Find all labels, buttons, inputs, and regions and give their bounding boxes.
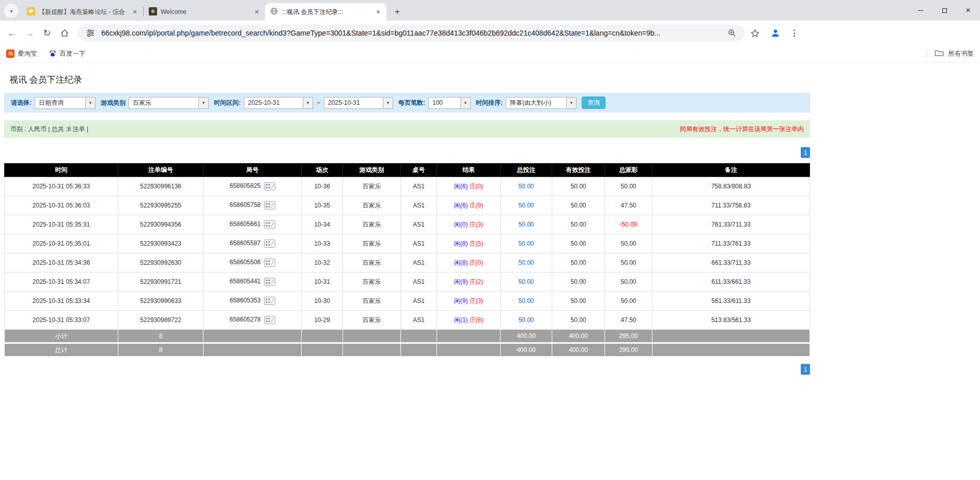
round-detail-icon[interactable]: [264, 220, 275, 229]
chevron-down-icon[interactable]: ▼: [460, 98, 470, 108]
total-bet-link[interactable]: 50.00: [518, 221, 534, 228]
chevron-down-icon[interactable]: ▼: [566, 98, 576, 108]
total-payout: 295.00: [605, 343, 652, 357]
subtotal-total-bet: 400.00: [501, 330, 552, 343]
close-icon[interactable]: ✕: [131, 8, 139, 16]
tab-forum[interactable]: 【新提醒】海燕策略论坛 - 综合 ✕: [22, 3, 143, 21]
query-mode-select[interactable]: 日期查询 ▼: [35, 97, 96, 109]
cell-time: 2025-10-31 05:35:01: [5, 234, 118, 253]
total-bet-link[interactable]: 50.00: [518, 202, 534, 209]
cell-valid-bet: 50.00: [552, 292, 605, 311]
total-bet-link[interactable]: 50.00: [518, 240, 534, 247]
total-label: 总计: [5, 343, 118, 357]
cell-payout: -50.00: [605, 215, 652, 234]
close-window-button[interactable]: ✕: [956, 0, 980, 21]
bookmarks-bar: 淘 爱淘宝 百度一下 所有书签: [0, 45, 980, 62]
round-no-text: 658605353: [229, 297, 260, 304]
bookmark-baidu[interactable]: 百度一下: [49, 49, 86, 59]
page-size-value: 100: [429, 98, 460, 108]
reload-icon[interactable]: ↻: [38, 24, 56, 42]
table-summary: 小计 8 400.00 400.00 295.00 总计 8 400.00 40…: [5, 330, 810, 357]
cell-table-no: AS1: [401, 311, 437, 330]
total-bet-link[interactable]: 50.00: [518, 183, 534, 190]
cell-valid-bet: 50.00: [552, 234, 605, 253]
maximize-button[interactable]: [932, 0, 956, 21]
cell-total-bet: 50.00: [501, 234, 552, 253]
total-bet-link[interactable]: 50.00: [518, 316, 534, 324]
bookmark-taobao[interactable]: 淘 爱淘宝: [6, 50, 37, 58]
cell-session: 10-35: [302, 196, 343, 215]
date-to-select[interactable]: 2025-10-31 ▼: [324, 97, 393, 109]
result-player: 闲(9): [454, 297, 468, 305]
back-icon[interactable]: ←: [3, 24, 21, 42]
page-button-1[interactable]: 1: [801, 364, 810, 375]
cell-table-no: AS1: [401, 273, 437, 292]
page-button-1[interactable]: 1: [801, 147, 810, 158]
new-tab-button[interactable]: +: [391, 5, 404, 19]
round-detail-icon[interactable]: [264, 316, 275, 324]
minimize-button[interactable]: [909, 0, 932, 21]
date-from-select[interactable]: 2025-10-31 ▼: [244, 97, 313, 109]
cell-payout: 50.00: [605, 234, 652, 253]
url-bar[interactable]: 66cxkj98.com/ipl/portal.php/game/betreco…: [77, 25, 745, 41]
cell-valid-bet: 50.00: [552, 177, 605, 196]
cell-session: 10-34: [302, 215, 343, 234]
round-detail-icon[interactable]: [264, 201, 275, 210]
valid-bet-notice: 同局有效投注，统一计算在该局第一张注单内: [680, 125, 804, 134]
total-valid-bet: 400.00: [552, 343, 605, 357]
chevron-down-icon[interactable]: ▼: [198, 98, 208, 108]
result-banker: 庄(0): [470, 183, 484, 190]
close-icon[interactable]: ✕: [253, 8, 261, 16]
search-button[interactable]: 查询: [582, 97, 605, 109]
round-detail-icon[interactable]: [264, 259, 275, 267]
chevron-down-icon[interactable]: ▼: [383, 98, 393, 108]
round-detail-icon[interactable]: [264, 239, 275, 248]
cell-bet-id: 522930994356: [118, 215, 204, 234]
round-detail-icon[interactable]: [264, 278, 275, 286]
close-icon[interactable]: ✕: [374, 8, 382, 16]
total-bet-link[interactable]: 50.00: [518, 297, 534, 305]
round-detail-icon[interactable]: [264, 182, 275, 190]
result-player: 闲(6): [454, 202, 468, 209]
chevron-down-icon[interactable]: ▼: [85, 98, 95, 108]
page-size-select[interactable]: 100 ▼: [428, 97, 471, 109]
cell-round-no: 658605353: [204, 292, 302, 311]
cell-payout: 50.00: [605, 273, 652, 292]
cell-result: 闲(6)庄(9): [437, 196, 501, 215]
bookmark-star-icon[interactable]: [748, 26, 761, 40]
total-bet-link[interactable]: 50.00: [518, 278, 534, 285]
cell-total-bet: 50.00: [501, 253, 552, 273]
bet-row: 2025-10-31 05:33:07522930989722658605278…: [5, 311, 810, 330]
cell-result: 闲(1)庄(8): [437, 311, 501, 330]
total-total-bet: 400.00: [501, 343, 552, 357]
forward-icon[interactable]: →: [21, 24, 38, 42]
tab-strip: ▾ 【新提醒】海燕策略论坛 - 综合 ✕ Welcome ✕ :::视讯 会员下…: [0, 0, 980, 21]
round-no-text: 658605441: [229, 278, 260, 285]
bet-records-table: 时间 注单编号 局号 场次 游戏类别 桌号 结果 总投注 有效投注 总派彩 备注…: [4, 163, 810, 357]
game-type-select[interactable]: 百家乐 ▼: [129, 97, 209, 109]
site-settings-icon[interactable]: [84, 26, 97, 40]
result-player: 闲(0): [454, 221, 468, 228]
cell-time: 2025-10-31 05:36:03: [5, 196, 118, 215]
cell-round-no: 658605825: [204, 177, 302, 196]
cell-session: 10-29: [302, 311, 343, 330]
cell-game-type: 百家乐: [343, 311, 401, 330]
cell-game-type: 百家乐: [343, 292, 401, 311]
round-no-text: 658605758: [229, 201, 260, 209]
cell-round-no: 658605278: [204, 311, 302, 330]
tab-welcome[interactable]: Welcome ✕: [144, 3, 265, 21]
tab-search-button[interactable]: ▾: [4, 4, 19, 18]
result-banker: 庄(2): [470, 278, 484, 285]
profile-icon[interactable]: [769, 26, 782, 40]
cell-total-bet: 50.00: [501, 196, 552, 215]
menu-icon[interactable]: [789, 26, 799, 40]
round-detail-icon[interactable]: [264, 297, 275, 305]
total-bet-link[interactable]: 50.00: [518, 259, 534, 266]
sort-select[interactable]: 降幂(由大到小) ▼: [506, 97, 577, 109]
home-icon[interactable]: [56, 24, 73, 42]
tab-bet-records[interactable]: :::视讯 会员下注纪录::: ✕: [265, 3, 386, 21]
chevron-down-icon[interactable]: ▼: [303, 98, 313, 108]
all-bookmarks[interactable]: 所有书签: [927, 49, 974, 58]
round-no-text: 658605661: [229, 220, 260, 228]
zoom-icon[interactable]: [725, 26, 739, 40]
